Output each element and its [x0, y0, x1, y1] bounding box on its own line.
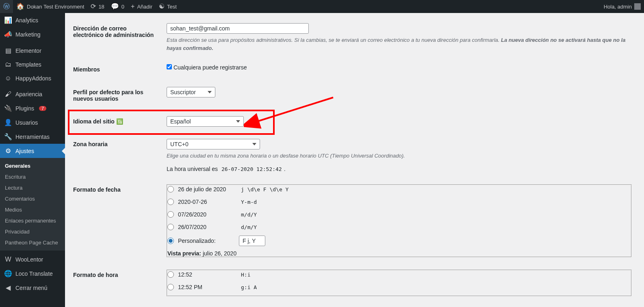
time-format-code: H:i [239, 270, 252, 279]
menu-icon: W [4, 256, 12, 263]
timezone-label: Zona horaria [73, 133, 163, 178]
default-role-select[interactable]: Suscriptor [167, 87, 215, 97]
submenu-item-lectura[interactable]: Lectura [0, 182, 65, 193]
menu-item-loco-translate[interactable]: 🌐Loco Translate [0, 266, 65, 281]
timezone-select[interactable]: UTC+0 [167, 139, 260, 149]
date-format-display: 2020-07-26 [178, 199, 235, 205]
menu-item-templates[interactable]: 🗂Templates [0, 58, 65, 71]
updates-count: 18 [98, 4, 104, 10]
admin-bar: ⓦ 🏠Dokan Test Environment ⟳18 💬0 +Añadir… [0, 0, 644, 13]
date-format-option[interactable]: 26 de julio de 2020j \d\e F \d\e Y [167, 185, 631, 194]
wp-logo[interactable]: ⓦ [0, 0, 13, 13]
time-format-display: 12:52 [178, 271, 235, 278]
menu-label: Herramientas [15, 134, 50, 140]
menu-item-ajustes[interactable]: ⚙Ajustes [0, 144, 65, 158]
menu-item-happyaddons[interactable]: ☺HappyAddons [0, 71, 65, 85]
wordpress-icon: ⓦ [3, 3, 10, 10]
membership-checkbox[interactable] [167, 64, 172, 69]
menu-icon: ⚙ [4, 147, 12, 155]
submenu-item-privacidad[interactable]: Privacidad [0, 226, 65, 237]
menu-icon: ▤ [4, 47, 12, 54]
time-format-option[interactable]: 12:52H:i [167, 270, 631, 279]
menu-label: Loco Translate [15, 270, 53, 277]
membership-checkbox-label[interactable]: Cualquiera puede registrarse [167, 64, 247, 71]
menu-item-plugins[interactable]: 🔌Plugins7 [0, 101, 65, 115]
test-link[interactable]: ☯Test [156, 0, 180, 13]
comment-icon: 💬 [111, 3, 119, 10]
updates-icon: ⟳ [91, 3, 96, 10]
badge: 7 [39, 106, 46, 111]
date-format-display: 26/07/2020 [178, 224, 235, 230]
date-format-code: m/d/Y [239, 210, 259, 219]
new-label: Añadir [137, 4, 152, 10]
time-format-display: 12:52 PM [178, 284, 235, 290]
date-format-custom[interactable]: Personalizado: [167, 236, 631, 246]
date-format-option[interactable]: 07/26/2020m/d/Y [167, 210, 631, 219]
time-format-option[interactable]: 12:52 PMg:i A [167, 283, 631, 292]
date-format-radio[interactable] [167, 211, 174, 218]
submenu-item-generales[interactable]: Generales [0, 160, 65, 171]
time-format-code: g:i A [239, 283, 259, 292]
site-language-select[interactable]: Español [167, 116, 244, 127]
submenu-item-enlaces-permanentes[interactable]: Enlaces permanentes [0, 215, 65, 226]
avatar [634, 3, 641, 10]
menu-item-woolentor[interactable]: WWooLentor [0, 253, 65, 266]
home-icon: 🏠 [16, 3, 24, 10]
date-format-radio[interactable] [167, 186, 174, 192]
date-format-radio[interactable] [167, 199, 174, 205]
date-format-radio[interactable] [167, 224, 174, 230]
menu-icon: 🖌 [4, 91, 12, 98]
menu-item-apariencia[interactable]: 🖌Apariencia [0, 87, 65, 101]
time-format-options: 12:52H:i12:52 PMg:i A [167, 270, 632, 296]
timezone-desc: Elige una ciudad en tu misma zona horari… [167, 152, 632, 160]
menu-icon: 📣 [4, 30, 12, 38]
utc-time: La hora universal es 26-07-2020 12:52:42… [167, 166, 632, 172]
time-format-radio[interactable] [167, 284, 174, 290]
date-format-custom-radio[interactable] [167, 238, 174, 244]
submenu-item-comentarios[interactable]: Comentarios [0, 193, 65, 204]
menu-item-cerrar-menú[interactable]: ◀Cerrar menú [0, 281, 65, 295]
settings-submenu: GeneralesEscrituraLecturaComentariosMedi… [0, 158, 65, 251]
menu-item-analytics[interactable]: 📊Analytics [0, 13, 65, 27]
date-format-preview: Vista previa: julio 26, 2020 [167, 250, 631, 257]
settings-page: Dirección de correo electrónico de admin… [65, 13, 644, 307]
admin-sidebar: 📊Analytics📣Marketing▤Elementor🗂Templates… [0, 13, 65, 307]
test-label: Test [167, 4, 177, 10]
new-content-link[interactable]: +Añadir [128, 0, 156, 13]
time-format-radio[interactable] [167, 271, 174, 278]
site-name-link[interactable]: 🏠Dokan Test Environment [13, 0, 87, 13]
account-link[interactable]: Hola, admin [604, 3, 644, 10]
date-format-custom-label: Personalizado: [178, 238, 235, 244]
menu-label: WooLentor [15, 256, 43, 263]
menu-icon: 🔧 [4, 133, 12, 141]
comments-link[interactable]: 💬0 [108, 0, 128, 13]
menu-item-herramientas[interactable]: 🔧Herramientas [0, 130, 65, 144]
menu-label: Analytics [15, 17, 38, 24]
menu-label: HappyAddons [15, 75, 51, 82]
menu-icon: 👤 [4, 119, 12, 126]
date-format-code: Y-m-d [239, 198, 259, 206]
menu-icon: 🌐 [4, 270, 12, 277]
menu-icon: 🔌 [4, 104, 12, 112]
submenu-item-escritura[interactable]: Escritura [0, 171, 65, 182]
time-format-label: Formato de hora [73, 264, 163, 303]
submenu-item-pantheon-page-cache[interactable]: Pantheon Page Cache [0, 237, 65, 248]
test-icon: ☯ [159, 3, 165, 10]
greeting: Hola, admin [604, 4, 632, 10]
submenu-item-medios[interactable]: Medios [0, 204, 65, 215]
date-format-custom-input[interactable] [239, 236, 265, 246]
date-format-options: 26 de julio de 2020j \d\e F \d\e Y2020-0… [167, 184, 632, 257]
menu-label: Templates [15, 61, 41, 68]
menu-item-usuarios[interactable]: 👤Usuarios [0, 115, 65, 130]
date-format-label: Formato de fecha [73, 178, 163, 264]
menu-item-elementor[interactable]: ▤Elementor [0, 43, 65, 58]
plus-icon: + [131, 3, 134, 10]
updates-link[interactable]: ⟳18 [87, 0, 107, 13]
menu-item-marketing[interactable]: 📣Marketing [0, 27, 65, 41]
admin-email-desc: Esta dirección se usa para propósitos ad… [167, 36, 632, 52]
date-format-option[interactable]: 2020-07-26Y-m-d [167, 198, 631, 206]
menu-label: Plugins [15, 105, 34, 112]
date-format-option[interactable]: 26/07/2020d/m/Y [167, 223, 631, 231]
menu-icon: 🗂 [4, 61, 12, 68]
admin-email-input[interactable] [167, 23, 309, 34]
